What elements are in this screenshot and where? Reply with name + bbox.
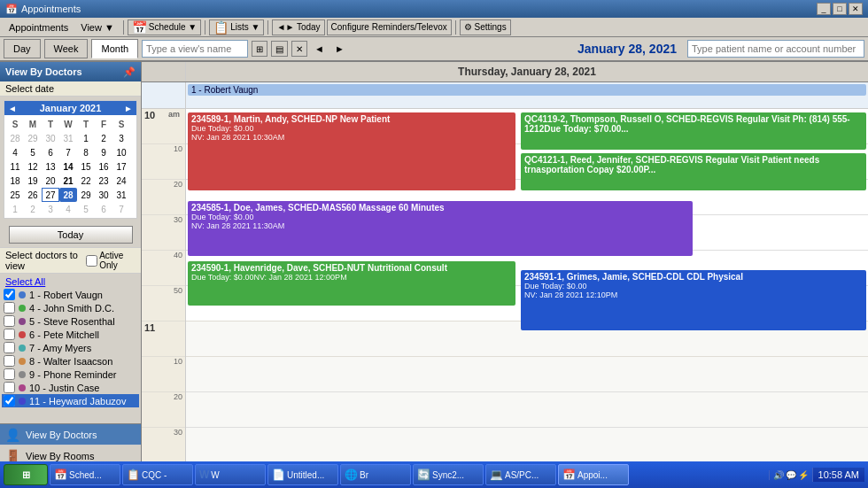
cal-cell-2n[interactable]: 2 bbox=[24, 202, 42, 216]
week-view-btn[interactable]: Week bbox=[44, 39, 89, 58]
cal-cell-31[interactable]: 31 bbox=[112, 188, 130, 202]
menu-view[interactable]: View ▼ bbox=[75, 20, 120, 35]
cal-cell-29p[interactable]: 29 bbox=[24, 131, 42, 145]
cal-cell-14[interactable]: 14 bbox=[59, 159, 77, 174]
doctor-item-5[interactable]: 5 - Steve Rosenthal bbox=[2, 314, 139, 328]
patient-search-input[interactable] bbox=[687, 40, 864, 58]
select-all-link[interactable]: Select All bbox=[2, 275, 139, 288]
cal-cell-30[interactable]: 30 bbox=[95, 188, 112, 202]
cal-cell-5n[interactable]: 5 bbox=[77, 202, 95, 216]
view-search-input[interactable] bbox=[142, 40, 248, 58]
doctor-5-checkbox[interactable] bbox=[4, 315, 15, 327]
doctor-10-checkbox[interactable] bbox=[4, 382, 15, 393]
start-button[interactable]: ⊞ bbox=[4, 464, 48, 485]
taskbar-sync[interactable]: 🔄 Sync2... bbox=[413, 464, 484, 485]
appt-havenridge[interactable]: 234590-1, Havenridge, Dave, SCHED-NUT Nu… bbox=[188, 261, 515, 306]
cal-cell-7[interactable]: 7 bbox=[59, 145, 77, 159]
cal-cell-1[interactable]: 1 bbox=[77, 131, 95, 145]
cal-cell-12[interactable]: 12 bbox=[24, 159, 42, 174]
cal-cell-20[interactable]: 20 bbox=[42, 174, 59, 188]
cal-cell-5[interactable]: 5 bbox=[24, 145, 42, 159]
cal-prev-arrow[interactable]: ◄ bbox=[8, 104, 17, 113]
tab-view-doctors[interactable]: 👤 View By Doctors bbox=[0, 424, 141, 445]
cal-cell-1n[interactable]: 1 bbox=[6, 202, 24, 216]
cal-cell-16[interactable]: 16 bbox=[95, 159, 112, 174]
appt-grimes[interactable]: 234591-1, Grimes, Jamie, SCHED-CDL CDL P… bbox=[521, 270, 866, 330]
configure-btn[interactable]: Configure Reminders/Televox bbox=[327, 19, 452, 35]
doctor-11-checkbox[interactable] bbox=[4, 395, 15, 407]
pin-icon[interactable]: 📌 bbox=[123, 66, 136, 78]
taskbar-appoi[interactable]: 📅 Appoi... bbox=[558, 464, 629, 485]
maximize-button[interactable]: □ bbox=[833, 3, 847, 15]
month-view-btn[interactable]: Month bbox=[91, 39, 138, 58]
doctor-6-checkbox[interactable] bbox=[4, 329, 15, 340]
cal-cell-3n[interactable]: 3 bbox=[42, 202, 59, 216]
cal-next-arrow[interactable]: ► bbox=[124, 104, 133, 113]
schedule-btn[interactable]: 📅 Schedule ▼ bbox=[128, 19, 201, 35]
doctor-item-7[interactable]: 7 - Amy Myers bbox=[2, 341, 139, 354]
cal-cell-28p[interactable]: 28 bbox=[6, 131, 24, 145]
taskbar-untitled[interactable]: 📄 Untitled... bbox=[267, 464, 338, 485]
appt-thompson[interactable]: QC4119-2, Thompson, Russell O, SCHED-REG… bbox=[521, 112, 866, 150]
cal-cell-11[interactable]: 11 bbox=[6, 159, 24, 174]
cal-cell-4n[interactable]: 4 bbox=[59, 202, 77, 216]
nav-arrow-next[interactable]: ► bbox=[331, 43, 348, 54]
nav-arrow-prev[interactable]: ◄ bbox=[311, 43, 328, 54]
doctor-4-checkbox[interactable] bbox=[4, 302, 15, 314]
cal-cell-9[interactable]: 9 bbox=[95, 145, 112, 159]
doctor-7-checkbox[interactable] bbox=[4, 342, 15, 353]
menu-appointments[interactable]: Appointments bbox=[4, 20, 74, 35]
day-view-btn[interactable]: Day bbox=[4, 39, 41, 58]
cal-cell-23[interactable]: 23 bbox=[95, 174, 112, 188]
cal-cell-2[interactable]: 2 bbox=[95, 131, 112, 145]
cal-cell-8[interactable]: 8 bbox=[77, 145, 95, 159]
cal-cell-26[interactable]: 26 bbox=[24, 188, 42, 202]
cal-cell-6[interactable]: 6 bbox=[42, 145, 59, 159]
cal-cell-18[interactable]: 18 bbox=[6, 174, 24, 188]
cal-cell-15[interactable]: 15 bbox=[77, 159, 95, 174]
doctor-item-11[interactable]: 11 - Heyward Jabuzov bbox=[2, 394, 139, 407]
taskbar-sched[interactable]: 📅 Sched... bbox=[50, 464, 120, 485]
doctor-item-9[interactable]: 9 - Phone Reminder bbox=[2, 368, 139, 381]
doctor-item-4[interactable]: 4 - John Smith D.C. bbox=[2, 301, 139, 314]
cal-cell-27[interactable]: 27 bbox=[42, 188, 59, 202]
cal-cell-24[interactable]: 24 bbox=[112, 174, 130, 188]
cal-cell-31p[interactable]: 31 bbox=[59, 131, 77, 145]
allday-event-1[interactable]: 1 - Robert Vaugn bbox=[188, 84, 866, 96]
appt-martin[interactable]: 234589-1, Martin, Andy, SCHED-NP New Pat… bbox=[188, 112, 515, 190]
cal-cell-25[interactable]: 25 bbox=[6, 188, 24, 202]
taskbar-aspc[interactable]: 💻 AS/PC... bbox=[485, 464, 556, 485]
settings-btn[interactable]: ⚙ Settings bbox=[460, 19, 511, 35]
view-icon-grid[interactable]: ▤ bbox=[271, 41, 288, 57]
doctor-item-1[interactable]: 1 - Robert Vaugn bbox=[2, 288, 139, 301]
cal-cell-13[interactable]: 13 bbox=[42, 159, 59, 174]
cal-cell-19[interactable]: 19 bbox=[24, 174, 42, 188]
view-icon-list[interactable]: ⊞ bbox=[252, 41, 267, 57]
minimize-button[interactable]: _ bbox=[817, 3, 831, 15]
cal-cell-28-today[interactable]: 28 bbox=[59, 188, 77, 202]
today-btn-toolbar[interactable]: ◄► Today bbox=[272, 19, 324, 35]
appt-reed[interactable]: QC4121-1, Reed, Jennifer, SCHED-REGVIS R… bbox=[521, 153, 866, 190]
lists-btn[interactable]: 📋 Lists ▼ bbox=[209, 19, 264, 35]
cal-cell-10[interactable]: 10 bbox=[112, 145, 130, 159]
active-only-checkbox[interactable] bbox=[86, 255, 97, 267]
cal-cell-17[interactable]: 17 bbox=[112, 159, 130, 174]
cal-cell-30p[interactable]: 30 bbox=[42, 131, 59, 145]
cal-cell-29[interactable]: 29 bbox=[77, 188, 95, 202]
cal-cell-4[interactable]: 4 bbox=[6, 145, 24, 159]
cal-cell-6n[interactable]: 6 bbox=[95, 202, 112, 216]
cal-cell-22[interactable]: 22 bbox=[77, 174, 95, 188]
close-button[interactable]: ✕ bbox=[849, 3, 863, 15]
appt-doe[interactable]: 234585-1, Doe, James, SCHED-MAS560 Massa… bbox=[188, 201, 693, 256]
cal-cell-3[interactable]: 3 bbox=[112, 131, 130, 145]
doctor-9-checkbox[interactable] bbox=[4, 368, 15, 380]
view-icon-close[interactable]: ✕ bbox=[291, 41, 307, 57]
today-button[interactable]: Today bbox=[9, 226, 133, 244]
taskbar-word[interactable]: W W bbox=[195, 464, 266, 485]
doctor-8-checkbox[interactable] bbox=[4, 355, 15, 367]
taskbar-cqc[interactable]: 📋 CQC - bbox=[122, 464, 193, 485]
doctor-1-checkbox[interactable] bbox=[4, 289, 15, 300]
taskbar-browser[interactable]: 🌐 Br bbox=[340, 464, 411, 485]
doctor-item-10[interactable]: 10 - Justin Case bbox=[2, 381, 139, 394]
doctor-item-8[interactable]: 8 - Walter Isaacson bbox=[2, 354, 139, 368]
